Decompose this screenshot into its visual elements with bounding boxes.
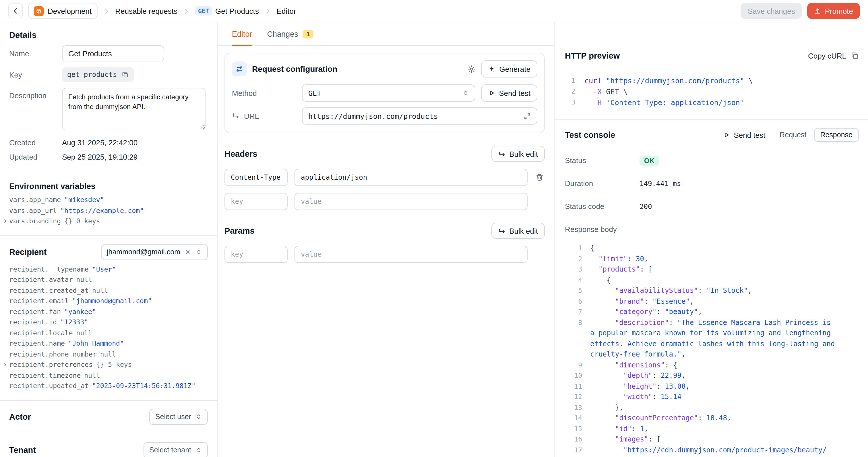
swap-arrows-icon [232, 61, 247, 77]
header-value-input[interactable] [294, 169, 528, 186]
code-line: 17 "https://cdn.dummyjson.com/product-im… [570, 445, 859, 455]
variable-row[interactable]: ›recipient.preferences{} 5 keys [9, 361, 208, 368]
code-text: cruelty-free formula.", [590, 349, 685, 360]
code-text: "discountPercentage": 10.48, [590, 413, 731, 423]
description-textarea[interactable]: Fetch products from a specific category … [62, 88, 206, 130]
variable-key: recipient.updated_at [9, 383, 89, 390]
header-value-input[interactable] [294, 193, 528, 210]
request-configuration-header: Request configuration Generate [232, 60, 537, 78]
environment-switcher[interactable]: Development [28, 3, 97, 19]
recipient-select[interactable]: jhammond@gmail.com [101, 244, 208, 260]
test-console-header: Test console Send test Request Response [565, 126, 859, 144]
delete-header-button[interactable] [534, 173, 545, 181]
recipient-variables-list: recipient.__typename"User"recipient.avat… [9, 266, 208, 390]
response-tab-button[interactable]: Response [814, 128, 859, 142]
code-text: -X GET \ [584, 86, 628, 97]
back-button[interactable] [8, 3, 23, 19]
param-key-input[interactable] [224, 246, 288, 263]
code-text: { [590, 243, 594, 253]
code-line: 5 "availabilityStatus": "In Stock", [570, 285, 859, 296]
actor-row: Actor Select user [9, 408, 208, 425]
variable-value: "yankee" [64, 308, 96, 315]
expand-icon[interactable] [524, 112, 531, 120]
variable-value: null [84, 372, 100, 379]
url-input[interactable]: https://dummyjson.com/products [302, 108, 537, 125]
duration-label: Duration [565, 179, 640, 188]
actor-select[interactable]: Select user [150, 408, 208, 425]
headers-header: Headers Bulk edit [224, 146, 545, 162]
key-badge: get-products [62, 67, 133, 82]
promote-button[interactable]: Promote [807, 3, 860, 19]
test-console-actions: Send test Request Response [723, 128, 859, 142]
header-key-input[interactable] [224, 193, 288, 210]
changes-count-badge: 1 [303, 30, 314, 38]
console-send-test-button[interactable]: Send test [723, 131, 765, 139]
variable-key: vars.app_url [9, 207, 57, 214]
line-number: 6 [570, 296, 582, 307]
tenant-row: Tenant Select tenant [9, 442, 208, 457]
variable-row: recipient.updated_at"2025-09-23T14:56:31… [9, 383, 208, 390]
generate-button[interactable]: Generate [481, 60, 537, 78]
corner-down-right-icon [232, 112, 239, 120]
code-line: 1{ [570, 243, 859, 253]
variable-value: {} 0 keys [64, 218, 100, 225]
send-test-button[interactable]: Send test [481, 84, 537, 102]
variable-key: recipient.preferences [9, 361, 93, 368]
description-label: Description [9, 91, 62, 100]
editor-tabs: Editor Changes 1 [218, 22, 554, 46]
breadcrumb-editor[interactable]: Editor [277, 7, 296, 15]
unfold-icon [195, 248, 202, 255]
code-text: "id": 1, [590, 423, 648, 434]
code-line: 4 { [570, 275, 859, 285]
expand-chevron-icon[interactable]: › [3, 361, 7, 368]
variable-key: recipient.avatar [9, 276, 73, 283]
bulk-edit-icon [498, 227, 505, 234]
variable-row[interactable]: ›vars.branding{} 0 keys [9, 218, 208, 225]
line-number: 15 [570, 423, 582, 434]
line-number: 3 [565, 97, 575, 108]
code-line: essence-mascara-lash-princess/1.webp" [570, 455, 859, 457]
code-text: "category": "beauty", [590, 307, 702, 317]
code-text: "depth": 22.99, [590, 370, 685, 381]
code-text: -H 'Content-Type: application/json' [584, 97, 744, 108]
headers-bulk-edit-button[interactable]: Bulk edit [491, 146, 545, 162]
status-row: Status OK [565, 154, 859, 166]
copy-key-button[interactable] [121, 71, 128, 78]
method-select[interactable]: GET [302, 84, 475, 102]
trash-icon [536, 173, 544, 181]
header-key-input[interactable] [224, 169, 288, 186]
breadcrumb-request-name[interactable]: Get Products [215, 7, 259, 15]
line-number: 1 [570, 243, 582, 253]
details-sidebar: Details Name Key get-products Descriptio… [0, 22, 218, 457]
response-body-code: 1{2 "limit": 30,3 "products": [4 {5 "ava… [565, 243, 859, 457]
expand-chevron-icon[interactable]: › [3, 217, 7, 224]
environment-icon [34, 6, 43, 16]
clear-recipient-icon[interactable] [184, 248, 191, 255]
name-input[interactable] [62, 45, 164, 61]
method-row: Method GET Send test [232, 84, 537, 102]
variable-row: recipient.id"12333" [9, 318, 208, 326]
params-bulk-edit-button[interactable]: Bulk edit [491, 223, 545, 239]
panel-divider [555, 119, 868, 120]
breadcrumb-reusable-requests[interactable]: Reusable requests [115, 7, 177, 15]
code-line: 7 "category": "beauty", [570, 307, 859, 317]
params-section: Params Bulk edit [224, 223, 545, 263]
tenant-select[interactable]: Select tenant [144, 442, 208, 457]
method-badge: GET [195, 6, 212, 16]
section-divider [0, 400, 217, 400]
param-value-input[interactable] [294, 246, 528, 263]
copy-curl-button[interactable]: Copy cURL [808, 51, 859, 60]
key-field-row: Key get-products [9, 67, 208, 82]
variable-value: "https://example.com" [60, 207, 144, 214]
line-number: 1 [565, 75, 575, 86]
save-changes-button[interactable]: Save changes [741, 3, 802, 19]
status-badge: OK [640, 155, 659, 165]
variable-row: vars.app_url"https://example.com" [9, 207, 208, 214]
tab-editor[interactable]: Editor [232, 22, 252, 45]
code-line: 2 -X GET \ [565, 86, 859, 97]
request-tab-button[interactable]: Request [773, 128, 813, 142]
request-settings-button[interactable] [467, 65, 476, 73]
tab-changes[interactable]: Changes 1 [267, 22, 314, 45]
variable-key: recipient.name [9, 340, 65, 347]
response-body-row: Response body [565, 223, 859, 235]
